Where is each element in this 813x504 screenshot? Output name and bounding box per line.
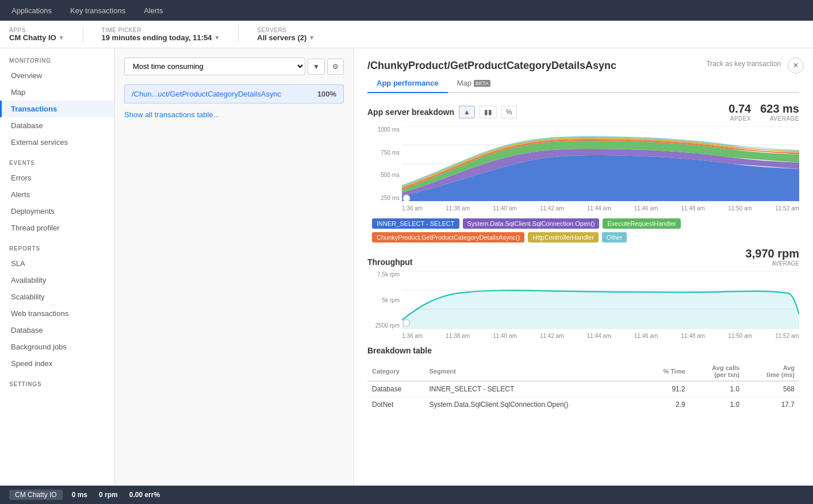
sidebar-item-database-reports[interactable]: Database (0, 322, 114, 338)
sidebar-item-transactions[interactable]: Transactions (0, 101, 114, 117)
sidebar-item-database[interactable]: Database (0, 117, 114, 134)
row2-segment[interactable]: System.Data.SqlClient.SqlConnection.Open… (424, 397, 643, 413)
servers-label: SERVERS (257, 27, 315, 33)
row2-pct: 2.9 (644, 397, 690, 413)
row2-avg-calls: 1.0 (690, 397, 744, 413)
legend-inner-select[interactable]: INNER_SELECT - SELECT (372, 218, 459, 229)
reports-section-label: REPORTS (0, 236, 114, 255)
sidebar-item-alerts[interactable]: Alerts (0, 186, 114, 203)
main-layout: MONITORING Overview Map Transactions Dat… (0, 48, 813, 486)
tput-y-label-1: 7.5k rpm (367, 271, 400, 278)
top-nav: Applications Key transactions Alerts (0, 0, 813, 21)
tput-y-label-2: 5k rpm (367, 297, 400, 303)
sidebar-item-availability[interactable]: Availability (0, 272, 114, 288)
track-key-transaction-link[interactable]: Track as key transaction (706, 60, 781, 68)
row1-pct: 91.2 (644, 381, 690, 397)
transaction-pct: 100% (317, 90, 336, 98)
row1-category: Database (367, 381, 424, 397)
breakdown-x-labels: 1:36 am 11:38 am 11:40 am 11:42 am 11:44… (402, 205, 799, 211)
throughput-header: Throughput 3,970 rpm AVERAGE (367, 247, 799, 267)
col-avg-calls: Avg calls(per txn) (690, 362, 744, 381)
table-row: DotNet System.Data.SqlClient.SqlConnecti… (367, 397, 799, 413)
sidebar-item-speed-index[interactable]: Speed index (0, 355, 114, 372)
throughput-stat: 3,970 rpm AVERAGE (746, 247, 799, 267)
breakdown-table-section: Breakdown table Category Segment % Time … (367, 346, 799, 412)
breakdown-table: Category Segment % Time Avg calls(per tx… (367, 362, 799, 412)
show-all-transactions-link[interactable]: Show all transactions table... (124, 110, 219, 119)
divider-2 (238, 26, 239, 43)
sidebar-item-deployments[interactable]: Deployments (0, 203, 114, 220)
avg-value: 623 ms (760, 102, 799, 116)
timepicker-chevron-icon: ▼ (214, 34, 220, 41)
tab-map[interactable]: Map BETA (448, 74, 500, 93)
breakdown-table-title: Breakdown table (367, 346, 799, 355)
sidebar-item-web-transactions[interactable]: Web transactions (0, 305, 114, 322)
apps-selector[interactable]: APPS CM Chatty IO ▼ (9, 27, 64, 42)
close-button[interactable]: × (788, 57, 804, 74)
servers-selector[interactable]: SERVERS All servers (2) ▼ (257, 27, 315, 42)
tput-y-label-3: 2500 rpm (367, 322, 400, 329)
throughput-avg-label: AVERAGE (746, 260, 799, 267)
row1-avg-calls: 1.0 (690, 381, 744, 397)
tab-app-performance[interactable]: App performance (367, 74, 448, 93)
legend-http-controller[interactable]: HttpControllerHandler (528, 232, 598, 243)
legend-chunky-product[interactable]: ChunkyProduct.GetProductCategoryDetailsA… (372, 232, 524, 243)
sidebar-item-thread-profiler[interactable]: Thread profiler (0, 220, 114, 236)
apps-chevron-icon: ▼ (59, 34, 64, 41)
detail-tabs: App performance Map BETA (367, 74, 799, 93)
timepicker-value: 19 minutes ending today, 11:54 ▼ (102, 33, 220, 42)
avg-label: AVERAGE (760, 116, 799, 122)
filter-select[interactable]: Most time consuming (124, 57, 305, 75)
legend-execute-request[interactable]: ExecuteRequestHandler (603, 218, 680, 229)
servers-chevron-icon: ▼ (309, 34, 315, 41)
throughput-chart (402, 271, 799, 329)
throughput-x-labels: 1:36 am 11:38 am 11:40 am 11:42 am 11:44… (402, 333, 799, 339)
nav-alerts[interactable]: Alerts (141, 0, 165, 21)
servers-value: All servers (2) ▼ (257, 33, 315, 42)
sidebar-item-external-services[interactable]: External services (0, 134, 114, 151)
svg-point-5 (403, 195, 410, 201)
settings-section-label: SETTINGS (0, 372, 114, 391)
row2-category: DotNet (367, 397, 424, 413)
chart-area-btn[interactable]: ▲ (459, 106, 475, 118)
middle-panel: Most time consuming ▼ ⚙ /Chun...uct/GetP… (115, 48, 354, 486)
legend-other[interactable]: Other (602, 232, 627, 243)
divider-1 (83, 26, 83, 43)
breakdown-section-header: App server breakdown ▲ ▮▮ % 0.74 APDEX 6… (367, 102, 799, 122)
app-bar: APPS CM Chatty IO ▼ TIME PICKER 19 minut… (0, 21, 813, 48)
throughput-title: Throughput (367, 257, 413, 267)
chart-pct-btn[interactable]: % (501, 106, 517, 118)
nav-applications[interactable]: Applications (9, 0, 54, 21)
timepicker-selector[interactable]: TIME PICKER 19 minutes ending today, 11:… (102, 27, 220, 42)
sidebar: MONITORING Overview Map Transactions Dat… (0, 48, 115, 486)
nav-key-transactions[interactable]: Key transactions (68, 0, 128, 21)
sidebar-item-errors[interactable]: Errors (0, 170, 114, 186)
filter-bar: Most time consuming ▼ ⚙ (124, 57, 344, 75)
apps-label: APPS (9, 27, 64, 33)
transaction-row[interactable]: /Chun...uct/GetProductCategoryDetailsAsy… (124, 84, 344, 103)
monitoring-section-label: MONITORING (0, 48, 114, 67)
apdex-value: 0.74 (728, 102, 751, 116)
table-row: Database INNER_SELECT - SELECT 91.2 1.0 … (367, 381, 799, 397)
y-label-1000: 1000 ms (367, 126, 400, 133)
sidebar-item-scalability[interactable]: Scalability (0, 288, 114, 305)
apdex-label: APDEX (728, 116, 751, 122)
sidebar-item-map[interactable]: Map (0, 84, 114, 101)
timepicker-label: TIME PICKER (102, 27, 220, 33)
legend-sqlconnection[interactable]: System.Data.SqlClient.SqlConnection.Open… (463, 218, 600, 229)
filter-dropdown-btn[interactable]: ▼ (308, 59, 325, 75)
sidebar-item-overview[interactable]: Overview (0, 67, 114, 84)
col-avg-time: Avgtime (ms) (744, 362, 799, 381)
transaction-name: /Chun...uct/GetProductCategoryDetailsAsy… (132, 90, 281, 98)
sidebar-item-sla[interactable]: SLA (0, 255, 114, 272)
filter-settings-btn[interactable]: ⚙ (327, 59, 344, 75)
y-label-750: 750 ms (367, 149, 400, 156)
col-pct-time: % Time (644, 362, 690, 381)
breakdown-title: App server breakdown (367, 107, 454, 117)
sidebar-item-background-jobs[interactable]: Background jobs (0, 338, 114, 355)
beta-badge: BETA (474, 80, 490, 87)
breakdown-chart (402, 126, 799, 201)
chart-bar-btn[interactable]: ▮▮ (480, 106, 497, 118)
y-label-500: 500 ms (367, 172, 400, 178)
row1-segment[interactable]: INNER_SELECT - SELECT (424, 381, 643, 397)
